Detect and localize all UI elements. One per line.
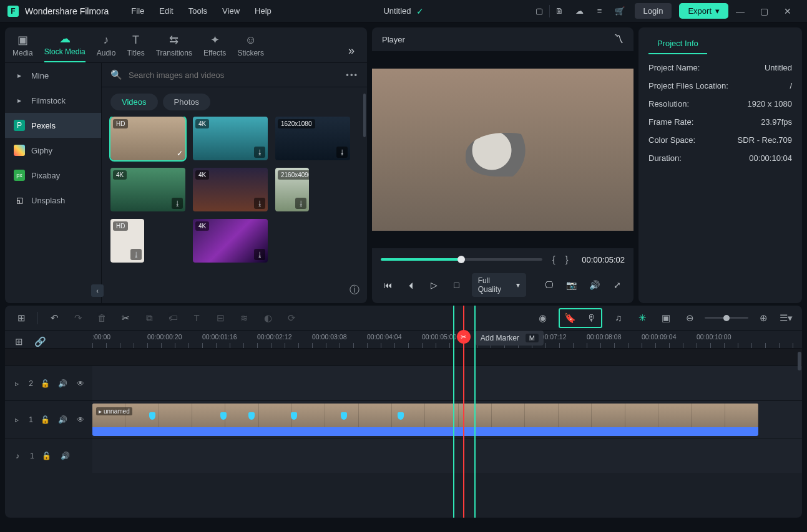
- music-icon[interactable]: ♫: [611, 311, 626, 326]
- timeline-ruler[interactable]: ⊞ 🔗 :00:0000:00:00:2000:00:01:1600:00:02…: [5, 331, 802, 348]
- zoom-slider[interactable]: [705, 317, 748, 319]
- download-icon[interactable]: ⭳: [295, 198, 306, 209]
- scope-icon[interactable]: 〽: [614, 34, 624, 45]
- download-icon[interactable]: ⭳: [172, 198, 183, 209]
- menu-tools[interactable]: Tools: [181, 6, 215, 16]
- marker-icon[interactable]: [398, 412, 404, 420]
- mark-in-icon[interactable]: {: [552, 254, 555, 264]
- close-button[interactable]: ✕: [776, 0, 800, 22]
- more-menu-icon[interactable]: •••: [346, 70, 358, 80]
- cart-icon[interactable]: 🛒: [611, 2, 628, 20]
- download-icon[interactable]: ⭳: [254, 198, 265, 209]
- marker-icon[interactable]: [220, 412, 227, 420]
- sidebar-item-pexels[interactable]: PPexels: [5, 113, 101, 138]
- marker-icon[interactable]: [149, 412, 155, 420]
- mute-icon[interactable]: 🔊: [59, 450, 72, 462]
- download-icon[interactable]: ⭳: [254, 147, 265, 158]
- preview-viewport[interactable]: [372, 69, 633, 231]
- zoom-in-icon[interactable]: ⊕: [756, 311, 771, 326]
- tab-audio[interactable]: ♪Audio: [97, 34, 116, 62]
- menu-help[interactable]: Help: [247, 6, 279, 16]
- cloud-icon[interactable]: ☁: [571, 2, 589, 20]
- visibility-icon[interactable]: 👁: [75, 414, 86, 426]
- expand-tabs-icon[interactable]: »: [343, 39, 359, 62]
- maximize-button[interactable]: ▢: [752, 0, 776, 22]
- media-thumbnail[interactable]: HD⭳: [110, 219, 144, 263]
- menu-view[interactable]: View: [215, 6, 247, 16]
- display-icon[interactable]: 🖵: [541, 277, 556, 293]
- lock-icon[interactable]: 🔓: [39, 377, 51, 390]
- save-icon[interactable]: 🗎: [551, 2, 569, 20]
- zoom-out-icon[interactable]: ⊖: [682, 311, 697, 326]
- fullscreen-icon[interactable]: ⤢: [610, 277, 625, 293]
- media-thumbnail[interactable]: 4K⭳: [110, 168, 185, 211]
- link-icon[interactable]: 🔗: [32, 334, 47, 349]
- sidebar-item-filmstock[interactable]: ▸Filmstock: [5, 88, 101, 113]
- sidebar-item-pixabay[interactable]: pxPixabay: [5, 163, 101, 188]
- resolution-badge: 4K: [195, 119, 209, 128]
- minimize-button[interactable]: —: [728, 0, 752, 22]
- tab-transitions[interactable]: ⇆Transitions: [156, 34, 192, 62]
- mute-icon[interactable]: 🔊: [57, 414, 68, 426]
- media-thumbnail[interactable]: 4K⭳: [193, 168, 268, 211]
- apps-icon[interactable]: ⊞: [14, 311, 29, 326]
- tab-effects[interactable]: ✦Effects: [203, 34, 226, 62]
- track-add-icon[interactable]: ⊞: [11, 334, 26, 349]
- media-thumbnail[interactable]: 4K⭳: [193, 219, 268, 263]
- info-icon[interactable]: ⓘ: [350, 284, 359, 297]
- subtab-videos[interactable]: Videos: [110, 94, 158, 110]
- download-icon[interactable]: ⭳: [130, 249, 142, 260]
- search-input[interactable]: [129, 70, 340, 80]
- magnet-icon[interactable]: ✳: [635, 311, 650, 326]
- mute-icon[interactable]: 🔊: [57, 377, 68, 390]
- collapse-sidebar-icon[interactable]: ‹: [91, 284, 104, 297]
- menu-icon[interactable]: ≡: [591, 2, 609, 20]
- thumb-scrollbar[interactable]: [363, 94, 366, 278]
- render-icon[interactable]: ◉: [535, 311, 550, 326]
- tab-stickers[interactable]: ☺Stickers: [237, 34, 264, 62]
- sidebar-item-mine[interactable]: ▸Mine: [5, 63, 101, 88]
- frame-icon[interactable]: ▣: [658, 311, 673, 326]
- playhead[interactable]: ✂: [463, 306, 464, 518]
- marker-icon[interactable]: [341, 412, 347, 420]
- split-icon[interactable]: ✂: [118, 311, 133, 326]
- audio-clip[interactable]: [92, 427, 758, 436]
- lock-icon[interactable]: 🔓: [39, 414, 51, 426]
- sidebar-item-unsplash[interactable]: ◱Unsplash: [5, 188, 101, 213]
- track-view-icon[interactable]: ☰▾: [778, 311, 793, 326]
- menu-edit[interactable]: Edit: [152, 6, 180, 16]
- layout-icon[interactable]: ▢: [531, 2, 548, 20]
- volume-icon[interactable]: 🔊: [587, 277, 602, 293]
- tab-media[interactable]: ▣Media: [12, 34, 33, 62]
- login-button[interactable]: Login: [635, 3, 672, 19]
- export-button[interactable]: Export▾: [679, 3, 728, 19]
- playhead-split-icon[interactable]: ✂: [457, 330, 471, 344]
- visibility-icon[interactable]: 👁: [75, 377, 86, 390]
- seek-slider[interactable]: [381, 258, 542, 261]
- media-thumbnail[interactable]: 4K⭳: [193, 117, 268, 160]
- tab-project-info[interactable]: Project Info: [648, 34, 707, 54]
- step-back-icon[interactable]: ⏴: [403, 277, 418, 293]
- voiceover-icon[interactable]: 🎙: [584, 311, 599, 326]
- prev-frame-icon[interactable]: ⏮: [381, 277, 396, 293]
- media-thumbnail[interactable]: HD✓: [110, 117, 185, 160]
- sidebar-item-giphy[interactable]: Giphy: [5, 138, 101, 163]
- menu-file[interactable]: File: [124, 6, 152, 16]
- download-icon[interactable]: ⭳: [254, 249, 265, 260]
- quality-dropdown[interactable]: Full Quality▾: [472, 273, 527, 297]
- timeline-scrollbar[interactable]: [797, 352, 802, 513]
- snapshot-icon[interactable]: 📷: [564, 277, 579, 293]
- play-icon[interactable]: ▷: [426, 277, 441, 293]
- media-thumbnail[interactable]: 2160x4096⭳: [275, 168, 309, 211]
- tab-stock-media[interactable]: ☁Stock Media: [44, 32, 86, 62]
- stop-icon[interactable]: □: [449, 277, 464, 293]
- tab-titles[interactable]: TTitles: [127, 34, 144, 62]
- media-thumbnail[interactable]: 1620x1080⭳: [275, 117, 350, 160]
- download-icon[interactable]: ⭳: [336, 147, 348, 158]
- add-marker-icon[interactable]: 🔖: [562, 311, 577, 326]
- mark-out-icon[interactable]: }: [565, 254, 569, 264]
- subtab-photos[interactable]: Photos: [163, 94, 210, 110]
- lock-icon[interactable]: 🔓: [41, 450, 53, 462]
- titles-icon: T: [132, 34, 139, 46]
- undo-icon[interactable]: ↶: [47, 311, 62, 326]
